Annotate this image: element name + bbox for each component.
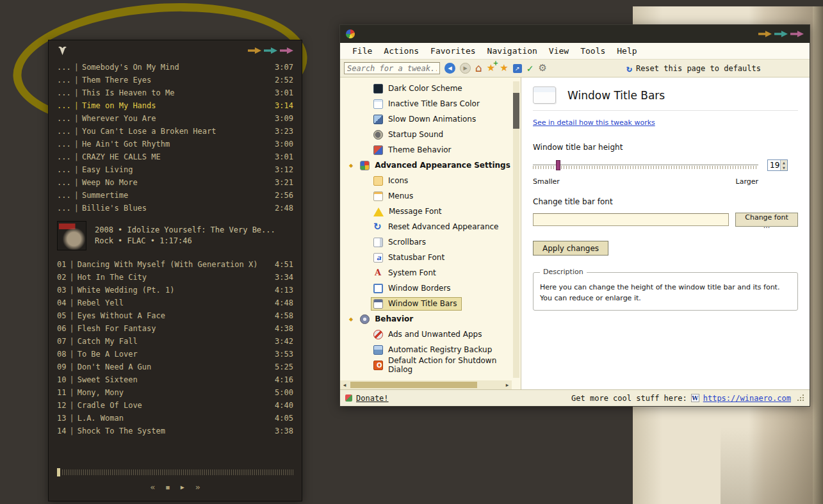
tweak-details-link[interactable]: See in detail how this tweak works xyxy=(533,118,655,127)
track-separator: | xyxy=(74,191,79,200)
track-row[interactable]: 10|Sweet Sixteen4:16 xyxy=(49,373,302,386)
player-titlebar[interactable] xyxy=(49,40,302,61)
apply-check-button[interactable]: ✓ xyxy=(526,64,534,73)
track-row[interactable]: ...|This Is Heaven to Me3:01 xyxy=(49,86,302,99)
height-value-input[interactable] xyxy=(768,160,780,170)
tree-item-message-font[interactable]: Message Font xyxy=(340,204,521,219)
track-row[interactable]: 14|3:38Shock To The System3:38 xyxy=(49,425,302,437)
maximize-arrow-icon[interactable] xyxy=(264,47,277,54)
track-row[interactable]: ...|CRAZY HE CALLS ME3:01 xyxy=(49,150,302,163)
spinner-up-icon[interactable]: ▲ xyxy=(781,160,787,165)
back-button[interactable]: ◀ xyxy=(444,63,455,74)
track-row[interactable]: ...|Wherever You Are3:09 xyxy=(49,112,302,125)
change-font-button[interactable]: Change font ... xyxy=(735,213,798,227)
stop-button[interactable]: ■ xyxy=(166,484,169,491)
tree-item-window-title-bars[interactable]: Window Title Bars xyxy=(340,296,521,311)
track-row[interactable]: 13|L.A. Woman4:05 xyxy=(49,412,302,425)
search-input[interactable] xyxy=(344,62,440,74)
tree-item-reset-advanced-appearance[interactable]: Reset Advanced Appearance xyxy=(340,219,521,234)
tree-item-inactive-title-bars-color[interactable]: Inactive Title Bars Color xyxy=(340,96,521,111)
track-row[interactable]: 09|Don't Need A Gun5:25 xyxy=(49,361,302,373)
track-row[interactable]: 01|Dancing With Myself (With Generation … xyxy=(49,258,302,271)
apply-changes-button[interactable]: Apply changes xyxy=(533,241,608,256)
track-row[interactable]: ...|He Ain't Got Rhythm3:00 xyxy=(49,138,302,150)
scroll-right-arrow-icon[interactable]: ▸ xyxy=(503,382,512,388)
track-row[interactable]: ...|Summertime2:56 xyxy=(49,189,302,202)
tree-item-ads-and-unwanted-apps[interactable]: Ads and Unwanted Apps xyxy=(340,327,521,342)
track-row[interactable]: ...|Billie's Blues2:48 xyxy=(49,202,302,215)
close-arrow-icon[interactable] xyxy=(280,47,293,54)
winaero-link[interactable]: https://winaero.com xyxy=(703,394,791,403)
menu-favorites[interactable]: Favorites xyxy=(425,46,481,56)
tree-section-behavior[interactable]: ◆Behavior xyxy=(340,311,521,327)
track-row[interactable]: 08|To Be A Lover3:53 xyxy=(49,348,302,361)
tree-item-icons[interactable]: Icons xyxy=(340,173,521,188)
track-row[interactable]: ...|Them There Eyes2:52 xyxy=(49,74,302,86)
seekbar[interactable] xyxy=(57,468,293,476)
track-row[interactable]: 06|Flesh For Fantasy4:38 xyxy=(49,322,302,335)
track-row[interactable]: 12|Cradle Of Love4:40 xyxy=(49,399,302,412)
track-row[interactable]: ...|Easy Living3:12 xyxy=(49,163,302,176)
spinner-down-icon[interactable]: ▼ xyxy=(781,165,787,170)
player-logo-icon[interactable] xyxy=(57,46,68,56)
close-arrow-icon[interactable] xyxy=(790,31,804,37)
track-row[interactable]: 04|Rebel Yell4:48 xyxy=(49,297,302,309)
menu-actions[interactable]: Actions xyxy=(378,46,425,56)
scrollbar-thumb[interactable] xyxy=(513,93,519,129)
tree-item-label: Ads and Unwanted Apps xyxy=(388,330,482,339)
scrollbar-thumb[interactable] xyxy=(350,382,477,388)
reset-page-button[interactable]: ↻ Reset this page to defaults xyxy=(626,63,761,74)
settings-gear-button[interactable]: ⚙ xyxy=(538,63,546,73)
tree-item-scrollbars[interactable]: Scrollbars xyxy=(340,234,521,250)
tree-vertical-scrollbar[interactable] xyxy=(513,81,519,378)
tree-item-menus[interactable]: Menus xyxy=(340,188,521,204)
tree-item-dark-color-scheme[interactable]: Dark Color Scheme xyxy=(340,81,521,96)
home-button[interactable]: ⌂ xyxy=(475,63,482,74)
tree-item-theme-behavior[interactable]: Theme Behavior xyxy=(340,142,521,158)
menu-navigation[interactable]: Navigation xyxy=(482,46,543,56)
menu-view[interactable]: View xyxy=(543,46,574,56)
tree-item-window-borders[interactable]: Window Borders xyxy=(340,280,521,296)
track-row[interactable]: 03|White Wedding (Pt. 1)4:13 xyxy=(49,284,302,297)
title-font-input[interactable] xyxy=(533,213,729,226)
tweaker-titlebar[interactable] xyxy=(340,25,810,43)
track-row[interactable]: ...|Somebody's On My Mind3:07 xyxy=(49,61,302,74)
height-spinner[interactable]: ▲ ▼ xyxy=(767,159,788,171)
forward-button[interactable]: ▶ xyxy=(460,63,471,74)
title-bar-height-slider[interactable] xyxy=(533,159,758,172)
track-row[interactable]: ...|Weep No More3:21 xyxy=(49,176,302,189)
track-separator: | xyxy=(74,152,79,161)
favorites-button[interactable]: ★ xyxy=(500,63,508,73)
menu-tools[interactable]: Tools xyxy=(574,46,611,56)
tree-item-default-action-for-shutdown-dialog[interactable]: Default Action for Shutdown Dialog xyxy=(340,357,521,373)
previous-button[interactable]: « xyxy=(150,482,155,492)
tree-item-system-font[interactable]: System Font xyxy=(340,265,521,280)
track-row[interactable]: 02|Hot In The City3:34 xyxy=(49,271,302,284)
menu-help[interactable]: Help xyxy=(611,46,642,56)
track-row-playing[interactable]: ...|Time on My Hands3:14 xyxy=(49,99,302,112)
seek-track[interactable] xyxy=(62,469,293,475)
launch-button[interactable]: ↗ xyxy=(513,64,522,73)
tree-section-advanced-appearance-settings[interactable]: ◆Advanced Appearance Settings xyxy=(340,158,521,173)
track-row[interactable]: 11|Mony, Mony5:00 xyxy=(49,386,302,399)
minimize-arrow-icon[interactable] xyxy=(758,31,772,37)
tree-item-slow-down-animations[interactable]: Slow Down Animations xyxy=(340,111,521,127)
tree-item-statusbar-font[interactable]: Statusbar Font xyxy=(340,250,521,265)
minimize-arrow-icon[interactable] xyxy=(248,47,261,54)
album-art[interactable] xyxy=(57,221,86,250)
next-button[interactable]: » xyxy=(195,482,200,492)
add-favorite-button[interactable]: ★ xyxy=(487,63,495,73)
menu-file[interactable]: File xyxy=(346,46,378,56)
maximize-arrow-icon[interactable] xyxy=(774,31,788,37)
track-row[interactable]: 05|Eyes Without A Face4:58 xyxy=(49,309,302,322)
tree-horizontal-scrollbar[interactable]: ◂ ▸ xyxy=(340,380,512,389)
resize-grip[interactable] xyxy=(797,394,804,402)
scroll-left-arrow-icon[interactable]: ◂ xyxy=(340,382,349,388)
play-button[interactable]: ▶ xyxy=(181,484,184,491)
slider-thumb[interactable] xyxy=(556,160,560,170)
track-row[interactable]: ...|You Can't Lose a Broken Heart3:23 xyxy=(49,125,302,138)
track-row[interactable]: 07|Catch My Fall3:42 xyxy=(49,335,302,348)
seek-thumb[interactable] xyxy=(57,468,60,476)
donate-link[interactable]: Donate! xyxy=(356,394,389,403)
tree-item-startup-sound[interactable]: Startup Sound xyxy=(340,127,521,142)
